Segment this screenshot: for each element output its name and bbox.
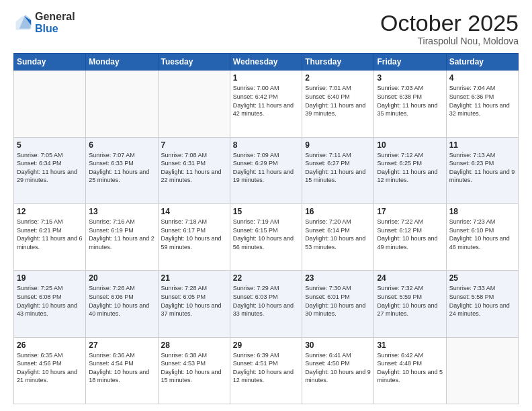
day-number: 14	[161, 207, 227, 216]
calendar-cell: 12Sunrise: 7:15 AM Sunset: 6:21 PM Dayli…	[14, 204, 86, 271]
calendar-cell	[158, 71, 230, 137]
day-info: Sunrise: 6:35 AM Sunset: 4:56 PM Dayligh…	[17, 351, 83, 385]
logo: General Blue	[13, 11, 75, 34]
day-number: 7	[161, 140, 227, 150]
day-number: 8	[233, 140, 299, 150]
calendar-cell: 15Sunrise: 7:19 AM Sunset: 6:15 PM Dayli…	[230, 204, 302, 271]
calendar-table: SundayMondayTuesdayWednesdayThursdayFrid…	[13, 53, 519, 404]
day-number: 13	[89, 207, 154, 216]
day-info: Sunrise: 7:11 AM Sunset: 6:27 PM Dayligh…	[305, 151, 371, 185]
day-number: 26	[17, 340, 83, 350]
day-header-wednesday: Wednesday	[230, 54, 302, 71]
day-info: Sunrise: 7:08 AM Sunset: 6:31 PM Dayligh…	[161, 151, 227, 185]
calendar-location: Tiraspolul Nou, Moldova	[380, 36, 519, 46]
day-info: Sunrise: 7:15 AM Sunset: 6:21 PM Dayligh…	[17, 218, 83, 251]
day-info: Sunrise: 7:20 AM Sunset: 6:14 PM Dayligh…	[305, 218, 371, 251]
day-info: Sunrise: 7:00 AM Sunset: 6:42 PM Dayligh…	[233, 84, 299, 118]
day-number: 24	[377, 273, 443, 283]
day-header-sunday: Sunday	[14, 54, 86, 71]
calendar-cell: 25Sunrise: 7:33 AM Sunset: 5:58 PM Dayli…	[446, 271, 518, 337]
day-info: Sunrise: 6:38 AM Sunset: 4:53 PM Dayligh…	[161, 351, 227, 385]
day-number: 22	[233, 273, 299, 283]
title-block: October 2025 Tiraspolul Nou, Moldova	[380, 11, 519, 46]
day-info: Sunrise: 7:32 AM Sunset: 5:59 PM Dayligh…	[377, 284, 443, 318]
day-number: 11	[449, 140, 515, 150]
calendar-cell: 29Sunrise: 6:39 AM Sunset: 4:51 PM Dayli…	[230, 337, 302, 404]
logo-text: General Blue	[35, 11, 75, 34]
calendar-cell: 4Sunrise: 7:04 AM Sunset: 6:36 PM Daylig…	[446, 71, 518, 137]
day-number: 6	[89, 140, 154, 150]
day-number: 29	[233, 340, 299, 350]
day-header-monday: Monday	[86, 54, 158, 71]
day-info: Sunrise: 6:39 AM Sunset: 4:51 PM Dayligh…	[233, 351, 299, 385]
calendar-cell: 14Sunrise: 7:18 AM Sunset: 6:17 PM Dayli…	[158, 204, 230, 271]
day-header-tuesday: Tuesday	[158, 54, 230, 71]
day-info: Sunrise: 6:36 AM Sunset: 4:54 PM Dayligh…	[89, 351, 154, 385]
calendar-cell: 8Sunrise: 7:09 AM Sunset: 6:29 PM Daylig…	[230, 137, 302, 203]
day-info: Sunrise: 7:12 AM Sunset: 6:25 PM Dayligh…	[377, 151, 443, 185]
day-info: Sunrise: 7:19 AM Sunset: 6:15 PM Dayligh…	[233, 218, 299, 251]
calendar-cell: 23Sunrise: 7:30 AM Sunset: 6:01 PM Dayli…	[302, 271, 374, 337]
day-info: Sunrise: 6:41 AM Sunset: 4:50 PM Dayligh…	[305, 351, 371, 385]
day-number: 15	[233, 207, 299, 216]
day-number: 17	[377, 207, 443, 216]
week-row-4: 19Sunrise: 7:25 AM Sunset: 6:08 PM Dayli…	[14, 271, 519, 337]
calendar-header: SundayMondayTuesdayWednesdayThursdayFrid…	[14, 54, 519, 71]
calendar-cell	[86, 71, 158, 137]
day-info: Sunrise: 7:30 AM Sunset: 6:01 PM Dayligh…	[305, 284, 371, 318]
day-number: 3	[377, 73, 443, 83]
calendar-cell: 24Sunrise: 7:32 AM Sunset: 5:59 PM Dayli…	[374, 271, 446, 337]
page: General Blue October 2025 Tiraspolul Nou…	[0, 0, 532, 411]
day-number: 23	[305, 273, 371, 283]
day-info: Sunrise: 7:18 AM Sunset: 6:17 PM Dayligh…	[161, 218, 227, 251]
day-info: Sunrise: 7:22 AM Sunset: 6:12 PM Dayligh…	[377, 218, 443, 251]
calendar-cell: 7Sunrise: 7:08 AM Sunset: 6:31 PM Daylig…	[158, 137, 230, 203]
day-info: Sunrise: 7:13 AM Sunset: 6:23 PM Dayligh…	[449, 151, 515, 185]
day-info: Sunrise: 7:07 AM Sunset: 6:33 PM Dayligh…	[89, 151, 154, 185]
day-info: Sunrise: 7:33 AM Sunset: 5:58 PM Dayligh…	[449, 284, 515, 318]
day-info: Sunrise: 7:01 AM Sunset: 6:40 PM Dayligh…	[305, 84, 371, 118]
calendar-cell: 22Sunrise: 7:29 AM Sunset: 6:03 PM Dayli…	[230, 271, 302, 337]
week-row-5: 26Sunrise: 6:35 AM Sunset: 4:56 PM Dayli…	[14, 337, 519, 404]
calendar-cell: 2Sunrise: 7:01 AM Sunset: 6:40 PM Daylig…	[302, 71, 374, 137]
day-number: 4	[449, 73, 515, 83]
day-number: 30	[305, 340, 371, 350]
logo-icon	[13, 13, 32, 32]
day-info: Sunrise: 7:28 AM Sunset: 6:05 PM Dayligh…	[161, 284, 227, 318]
day-info: Sunrise: 7:26 AM Sunset: 6:06 PM Dayligh…	[89, 284, 154, 318]
calendar-cell: 11Sunrise: 7:13 AM Sunset: 6:23 PM Dayli…	[446, 137, 518, 203]
week-row-2: 5Sunrise: 7:05 AM Sunset: 6:34 PM Daylig…	[14, 137, 519, 203]
calendar-cell: 28Sunrise: 6:38 AM Sunset: 4:53 PM Dayli…	[158, 337, 230, 404]
day-number: 16	[305, 207, 371, 216]
calendar-cell: 3Sunrise: 7:03 AM Sunset: 6:38 PM Daylig…	[374, 71, 446, 137]
header: General Blue October 2025 Tiraspolul Nou…	[13, 11, 519, 46]
calendar-cell: 17Sunrise: 7:22 AM Sunset: 6:12 PM Dayli…	[374, 204, 446, 271]
calendar-cell: 19Sunrise: 7:25 AM Sunset: 6:08 PM Dayli…	[14, 271, 86, 337]
logo-blue-text: Blue	[35, 23, 75, 35]
calendar-cell: 31Sunrise: 6:42 AM Sunset: 4:48 PM Dayli…	[374, 337, 446, 404]
day-number: 28	[161, 340, 227, 350]
day-number: 27	[89, 340, 154, 350]
calendar-cell: 26Sunrise: 6:35 AM Sunset: 4:56 PM Dayli…	[14, 337, 86, 404]
calendar-cell: 20Sunrise: 7:26 AM Sunset: 6:06 PM Dayli…	[86, 271, 158, 337]
day-number: 20	[89, 273, 154, 283]
day-number: 25	[449, 273, 515, 283]
calendar-body: 1Sunrise: 7:00 AM Sunset: 6:42 PM Daylig…	[14, 71, 519, 404]
day-info: Sunrise: 7:23 AM Sunset: 6:10 PM Dayligh…	[449, 218, 515, 251]
logo-general-text: General	[35, 11, 75, 23]
day-number: 12	[17, 207, 83, 216]
day-info: Sunrise: 7:03 AM Sunset: 6:38 PM Dayligh…	[377, 84, 443, 118]
calendar-cell: 21Sunrise: 7:28 AM Sunset: 6:05 PM Dayli…	[158, 271, 230, 337]
header-row: SundayMondayTuesdayWednesdayThursdayFrid…	[14, 54, 519, 71]
day-info: Sunrise: 7:09 AM Sunset: 6:29 PM Dayligh…	[233, 151, 299, 185]
calendar-cell	[446, 337, 518, 404]
calendar-cell: 10Sunrise: 7:12 AM Sunset: 6:25 PM Dayli…	[374, 137, 446, 203]
day-number: 31	[377, 340, 443, 350]
day-info: Sunrise: 7:04 AM Sunset: 6:36 PM Dayligh…	[449, 84, 515, 118]
day-number: 1	[233, 73, 299, 83]
day-header-saturday: Saturday	[446, 54, 518, 71]
calendar-cell: 16Sunrise: 7:20 AM Sunset: 6:14 PM Dayli…	[302, 204, 374, 271]
day-number: 5	[17, 140, 83, 150]
calendar-cell: 30Sunrise: 6:41 AM Sunset: 4:50 PM Dayli…	[302, 337, 374, 404]
calendar-title: October 2025	[380, 11, 519, 36]
